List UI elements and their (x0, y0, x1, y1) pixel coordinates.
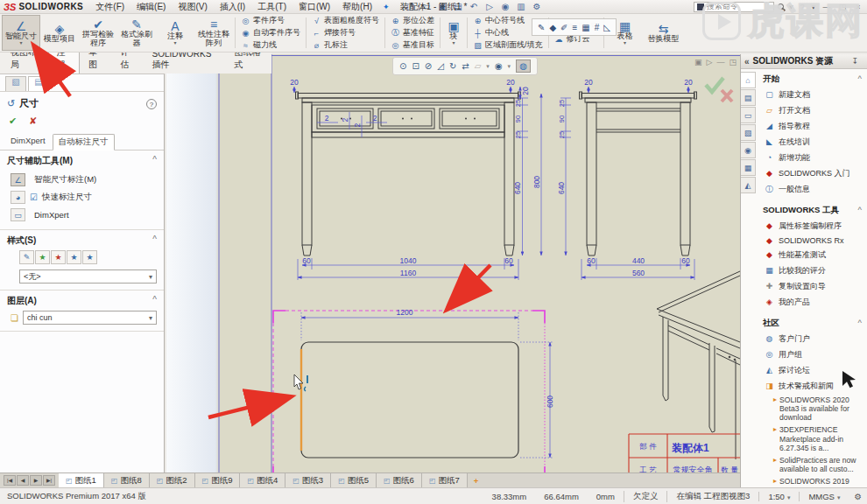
search-input[interactable]: 搜索命令 (694, 2, 774, 12)
ribbon-tall-button[interactable]: ≡ 线性注释阵列 (194, 15, 233, 51)
resource-link[interactable]: ◈我的产品 (759, 294, 865, 310)
ribbon-button[interactable]: ⊕形位公差 (389, 15, 436, 26)
sheet-tab[interactable]: ◰ 图纸2 (150, 473, 195, 487)
close-button[interactable]: × (852, 3, 864, 11)
heads-up-icon[interactable]: ↻ (449, 61, 456, 71)
collapse-icon[interactable]: « (744, 57, 750, 66)
sheet-nav-button[interactable]: ▶| (43, 475, 55, 486)
heads-up-icon[interactable]: ◍ (516, 60, 531, 73)
sheet-tab[interactable]: ◰ 图纸5 (331, 473, 377, 487)
resource-link[interactable]: ◨技术警戒和新闻 (759, 378, 865, 394)
quick-access-button[interactable]: ▤ (451, 2, 466, 11)
block-button[interactable]: ▣ 块 ▾ (442, 15, 465, 51)
resource-link[interactable]: ◔新增功能 (759, 150, 865, 165)
style-button[interactable]: ★ (35, 250, 50, 264)
format-toolbar-icon[interactable]: ◆ (549, 23, 556, 32)
resource-link[interactable]: ◆性能基准测试 (759, 247, 865, 262)
menu-item[interactable]: 视图(V) (173, 1, 212, 13)
heads-up-icon[interactable]: ▾ (486, 63, 490, 70)
search-icon[interactable] (778, 4, 784, 10)
task-pane-tab[interactable]: ◭ (741, 177, 756, 193)
panel-tab[interactable]: ▧ (5, 76, 26, 91)
drawing-viewport[interactable]: 20 20 20 25 90 25 640 800 60 1040 60 116… (166, 54, 740, 472)
ribbon-button[interactable]: ▨区域剖面线/填充 (471, 39, 545, 51)
add-sheet-button[interactable]: + (468, 473, 485, 487)
resource-link[interactable]: ◆SOLIDWORKS Rx (759, 234, 865, 247)
format-toolbar-icon[interactable]: ✎ (538, 23, 545, 32)
style-button[interactable]: ★ (82, 250, 97, 264)
news-item[interactable]: ▸SOLIDWORKS 2020 Beta3 is available for … (773, 396, 863, 422)
minimize-button[interactable]: — (821, 3, 833, 11)
dimension-mode-tab[interactable]: DimXpert (5, 134, 51, 150)
quick-access-button[interactable]: ▥ (514, 2, 529, 11)
style-button[interactable]: ✎ (19, 250, 34, 264)
section-header[interactable]: 尺寸辅助工具(M) (7, 155, 157, 167)
doc-window-icon[interactable]: — (716, 58, 724, 66)
format-toolbar-icon[interactable]: ◺ (603, 23, 610, 32)
section-header[interactable]: 社区 (759, 316, 865, 331)
news-item[interactable]: ▸3DEXPERIENCE Marketplace add-in 6.27.34… (773, 425, 863, 452)
resource-link[interactable]: ▢新建文档 (759, 87, 865, 102)
sheet-tab[interactable]: ◰ 图纸1 (59, 473, 104, 487)
help-icon[interactable]: ? (146, 99, 157, 109)
doc-window-icon[interactable]: ▷ (707, 58, 713, 66)
section-header[interactable]: 图层(A) (7, 295, 157, 307)
format-toolbar-icon[interactable]: ≡ (572, 23, 577, 32)
ribbon-tall-button[interactable]: ✔ 拼写检验程序 (79, 15, 117, 51)
ribbon-tall-button[interactable]: A 注释 ▾ (156, 15, 194, 51)
quick-access-button[interactable]: ▢ (404, 2, 419, 11)
format-toolbar-icon[interactable]: ✐ (560, 23, 567, 32)
heads-up-icon[interactable]: ◉ (495, 61, 503, 71)
resource-link[interactable]: ✚复制设置向导 (759, 278, 865, 294)
menu-item[interactable]: 窗口(W) (293, 1, 335, 13)
task-pane-tab[interactable]: ⌂ (741, 72, 756, 88)
status-scale[interactable]: 1:50▾ (758, 492, 799, 501)
section-header[interactable]: 样式(S) (7, 234, 157, 247)
ribbon-button[interactable]: ≈磁力线 (239, 39, 302, 51)
resource-link[interactable]: ⓘ一般信息 (759, 181, 865, 197)
pin-icon[interactable]: ↧ (846, 57, 863, 66)
ribbon-tall-button[interactable]: ◈ 模型项目 (40, 15, 79, 51)
ribbon-tall-button[interactable]: ⇆ 替换模型 (645, 15, 683, 51)
ribbon-button[interactable]: √表面粗糙度符号 (310, 15, 381, 26)
accept-icon[interactable]: ✔ (9, 116, 17, 127)
ribbon-button[interactable]: ◉自动零件序号 (239, 27, 302, 38)
quick-access-button[interactable]: ↶ (467, 2, 482, 11)
ribbon-button[interactable]: ◎零件序号 (239, 15, 302, 26)
sheet-tab[interactable]: ◰ 图纸9 (195, 473, 241, 487)
menu-item[interactable]: 文件(F) (90, 1, 130, 13)
sheet-nav-button[interactable]: |◀ (4, 475, 16, 486)
quick-access-button[interactable]: ▱ (419, 2, 434, 11)
layer-select[interactable]: chi cun (23, 311, 157, 325)
sheet-tab[interactable]: ◰ 图纸7 (422, 473, 468, 487)
heads-up-icon[interactable]: ⊙ (399, 61, 406, 71)
ribbon-button[interactable]: ⌀孔标注 (310, 39, 381, 51)
heads-up-icon[interactable]: ⊡ (412, 61, 419, 71)
section-header[interactable]: SOLIDWORKS 工具 (759, 203, 865, 218)
quick-access-button[interactable]: ▷ (483, 2, 497, 11)
search-caret-icon[interactable]: ▾ (787, 3, 795, 11)
dimension-assist-item[interactable]: ▭ DimXpert (7, 206, 157, 223)
sheet-tab[interactable]: ◰ 图纸8 (104, 473, 150, 487)
ribbon-button[interactable]: ◎基准目标 (389, 39, 436, 51)
task-pane-tab[interactable]: ▭ (741, 107, 756, 123)
resource-link[interactable]: ◣在线培训 (759, 134, 865, 150)
task-pane-tab[interactable]: ▦ (741, 159, 756, 176)
checkbox[interactable]: ☑ (30, 192, 38, 202)
menu-item[interactable]: 编辑(E) (131, 1, 171, 13)
resource-link[interactable]: ▱打开文档 (759, 102, 865, 118)
style-button[interactable]: ★ (67, 250, 81, 264)
ribbon-tall-button[interactable]: ∠ 智能尺寸 ▾ (2, 15, 40, 51)
sheet-tab[interactable]: ◰ 图纸3 (285, 473, 331, 487)
quick-access-button[interactable]: ◉ (498, 2, 513, 11)
ribbon-tall-button[interactable]: ✎ 格式涂刷器 (117, 15, 156, 51)
format-toolbar-icon[interactable]: # (595, 23, 600, 32)
pin-menubar-icon[interactable]: ✦ (377, 3, 395, 11)
status-units[interactable]: MMGS▾ (799, 492, 849, 501)
resource-link[interactable]: ◆SOLIDWORKS 入门 (759, 165, 865, 181)
style-select[interactable]: <无> (19, 270, 157, 284)
resource-link[interactable]: ◭探讨论坛 (759, 362, 865, 378)
dimension-assist-item[interactable]: ◕ ☑ 快速标注尺寸 (7, 188, 157, 206)
task-pane-tab[interactable]: ▤ (741, 89, 756, 106)
cancel-icon[interactable]: ✘ (29, 116, 37, 127)
